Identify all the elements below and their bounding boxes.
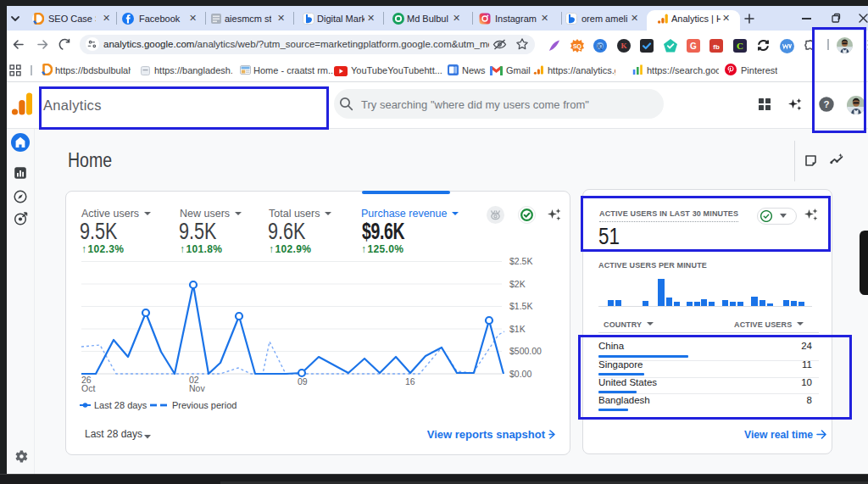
svg-text:$1K: $1K [509, 324, 526, 334]
svg-text:09: 09 [298, 376, 308, 387]
svg-text:K: K [620, 42, 626, 50]
svg-text:IQ: IQ [598, 43, 604, 50]
svg-text:16: 16 [405, 376, 415, 387]
svg-text:Oct: Oct [81, 383, 95, 393]
svg-text:SQ: SQ [573, 43, 582, 50]
svg-text:C: C [737, 41, 743, 51]
svg-text:$500.00: $500.00 [509, 346, 542, 356]
svg-text:View reports snapshot: View reports snapshot [427, 428, 546, 441]
svg-text:$2.5K: $2.5K [509, 256, 532, 266]
svg-text:Previous period: Previous period [172, 400, 236, 410]
svg-text:Nov: Nov [189, 383, 205, 393]
svg-text:Last 28 days: Last 28 days [85, 428, 142, 440]
svg-text:$2K: $2K [509, 279, 526, 289]
svg-text:$1.5K: $1.5K [509, 301, 532, 311]
svg-text:G: G [690, 42, 697, 51]
svg-text:Last 28 days: Last 28 days [94, 400, 147, 410]
svg-text:fb: fb [713, 43, 720, 51]
svg-text:$0.00: $0.00 [509, 369, 531, 379]
